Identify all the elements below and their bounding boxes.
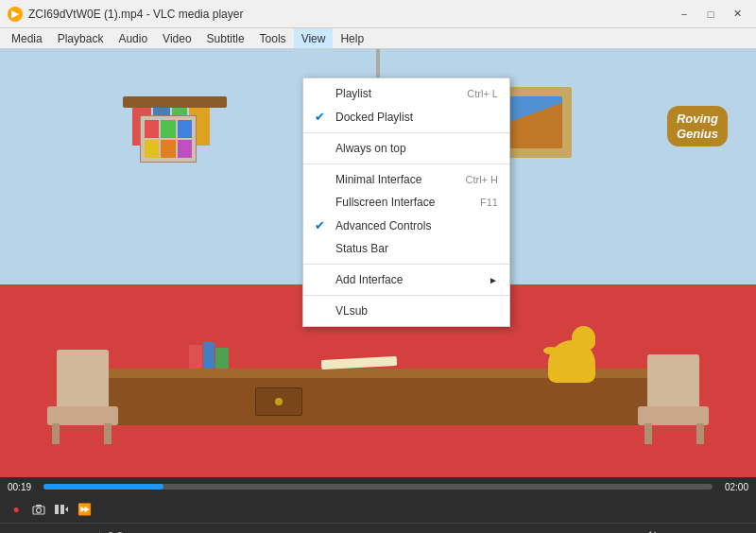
label-advanced-controls: Advanced Controls (335, 219, 498, 232)
label-always-on-top: Always on top (335, 142, 498, 155)
window-controls: − □ ✕ (673, 5, 748, 24)
deco5 (161, 140, 175, 158)
label-fullscreen-interface: Fullscreen Interface (335, 196, 461, 209)
separator-4 (303, 295, 509, 296)
time-total: 02:00 (720, 482, 748, 492)
dinosaur (539, 326, 605, 383)
separator-3 (303, 264, 509, 265)
dbook1 (189, 345, 202, 369)
shortcut-minimal-interface: Ctrl+ H (465, 174, 498, 185)
chair-right-leg1 (696, 423, 704, 444)
menu-item-docked-playlist[interactable]: ✔ Docked Playlist (303, 105, 509, 129)
shortcut-playlist: Ctrl+ L (467, 88, 498, 99)
time-current: 00:19 (8, 482, 36, 492)
check-advanced-controls: ✔ (315, 218, 330, 232)
menu-item-always-on-top[interactable]: Always on top (303, 137, 509, 160)
main-controls-bar: ▶ ⏮ ■ ⏭ (0, 523, 756, 533)
svg-rect-3 (55, 505, 59, 514)
label-vlsub: VLsub (335, 304, 498, 318)
dino-head (572, 326, 595, 350)
snapshot-button[interactable] (28, 499, 49, 520)
menu-playback[interactable]: Playback (50, 28, 112, 48)
menu-bar: Media Playback Audio Video Subtitle Tool… (0, 28, 756, 49)
svg-rect-2 (36, 505, 42, 507)
label-docked-playlist: Docked Playlist (335, 111, 479, 124)
chair-left-leg2 (104, 423, 112, 444)
svg-rect-4 (60, 505, 64, 514)
record-button[interactable]: ● (6, 499, 26, 520)
logo-line2: Genius (677, 127, 718, 142)
chair-right-back (647, 354, 699, 406)
maximize-button[interactable]: □ (699, 5, 722, 24)
menu-item-advanced-controls[interactable]: ✔ Advanced Controls (303, 214, 509, 237)
menu-item-fullscreen-interface[interactable]: Fullscreen Interface F11 (303, 191, 509, 214)
desk-books (189, 340, 236, 369)
chair-left-leg1 (52, 423, 60, 444)
svg-point-1 (37, 508, 42, 513)
extended-settings-button[interactable] (128, 528, 148, 534)
deco2 (161, 120, 175, 138)
chair-right-seat (638, 406, 709, 425)
window-title: ZCI69dVtW0E (1).mp4 - VLC media player (28, 8, 673, 21)
menu-item-status-bar[interactable]: Status Bar (303, 237, 509, 260)
check-docked-playlist: ✔ (315, 110, 330, 124)
chair-right-leg2 (644, 423, 652, 444)
menu-view[interactable]: View (294, 28, 334, 48)
shelf-board (123, 96, 227, 108)
stop-button[interactable]: ■ (51, 528, 72, 534)
menu-item-minimal-interface[interactable]: Minimal Interface Ctrl+ H (303, 168, 509, 191)
deco3 (178, 120, 192, 138)
play-button[interactable]: ▶ (6, 528, 26, 534)
menu-tools[interactable]: Tools (252, 28, 294, 48)
chair-left-back (57, 350, 109, 406)
label-add-interface: Add Interface (335, 273, 481, 286)
drawer-knob (275, 398, 283, 405)
menu-item-playlist[interactable]: Playlist Ctrl+ L (303, 82, 509, 105)
desk-drawer (255, 387, 302, 416)
dbook2 (203, 342, 215, 369)
label-playlist: Playlist (335, 87, 448, 100)
minimize-button[interactable]: − (673, 5, 696, 24)
chair-left-seat (47, 406, 118, 425)
app-icon: ▶ (8, 7, 23, 22)
menu-media[interactable]: Media (4, 28, 50, 48)
close-button[interactable]: ✕ (726, 5, 748, 24)
menu-item-vlsub[interactable]: VLsub (303, 300, 509, 322)
menu-audio[interactable]: Audio (111, 28, 155, 48)
shelf-decoration (140, 115, 197, 163)
progress-fill (43, 484, 163, 490)
label-status-bar: Status Bar (335, 242, 498, 255)
desk-body (109, 378, 647, 425)
step-forward-button[interactable]: ⏩ (74, 499, 94, 520)
view-dropdown-menu: Playlist Ctrl+ L ✔ Docked Playlist Alway… (302, 77, 510, 327)
loop-button[interactable] (150, 528, 171, 534)
menu-item-add-interface[interactable]: Add Interface ► (303, 268, 509, 291)
progress-area: 00:19 02:00 (0, 477, 756, 496)
shortcut-fullscreen-interface: F11 (480, 197, 498, 208)
dbook3 (215, 348, 229, 369)
logo-line1: Roving (677, 112, 718, 127)
progress-bar[interactable] (43, 484, 713, 490)
fullscreen-button[interactable] (105, 528, 126, 534)
label-minimal-interface: Minimal Interface (335, 173, 446, 186)
menu-subtitle[interactable]: Subtitle (199, 28, 252, 48)
deco4 (145, 140, 159, 158)
menu-help[interactable]: Help (333, 28, 371, 48)
svg-marker-5 (65, 507, 68, 512)
title-bar: ▶ ZCI69dVtW0E (1).mp4 - VLC media player… (0, 0, 756, 28)
next-button[interactable]: ⏭ (74, 528, 94, 534)
separator-2 (303, 163, 509, 164)
prev-button[interactable]: ⏮ (28, 528, 49, 534)
advanced-controls-bar: ● ⏩ (0, 496, 756, 523)
random-button[interactable] (173, 528, 194, 534)
separator-1 (303, 132, 509, 133)
deco1 (145, 120, 159, 138)
dino-arm (543, 347, 558, 354)
arrow-add-interface: ► (489, 275, 498, 285)
deco6 (178, 140, 192, 158)
menu-video[interactable]: Video (155, 28, 198, 48)
frame-by-frame-button[interactable] (51, 499, 72, 520)
branding-logo: Roving Genius (667, 106, 728, 146)
